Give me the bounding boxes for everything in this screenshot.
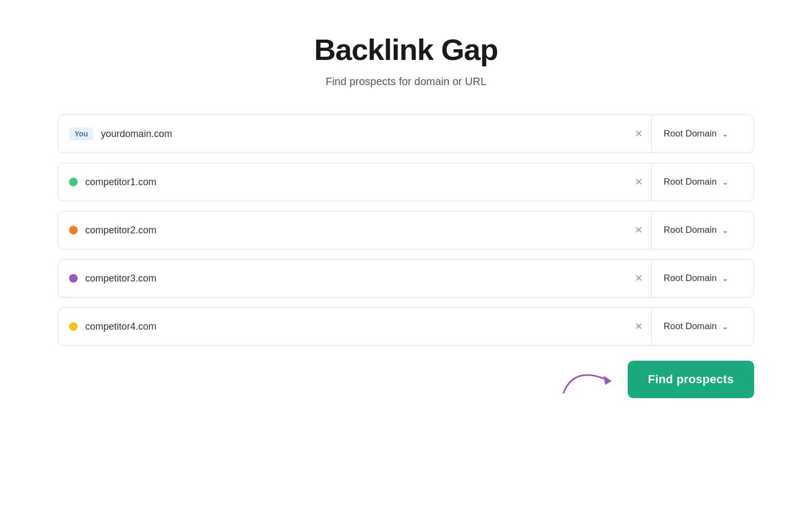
domain-row-competitor1: ✕ Root Domain ⌄ — [58, 163, 754, 201]
bottom-action-row: Find prospects — [58, 361, 754, 398]
input-left-competitor3 — [58, 273, 626, 284]
chevron-down-icon-competitor3: ⌄ — [722, 274, 728, 283]
dropdown-label-competitor4: Root Domain — [664, 321, 717, 332]
clear-button-you[interactable]: ✕ — [626, 128, 651, 140]
input-left-competitor4 — [58, 321, 626, 332]
chevron-down-icon-you: ⌄ — [722, 130, 728, 138]
dropdown-label-competitor1: Root Domain — [664, 177, 717, 187]
clear-button-competitor2[interactable]: ✕ — [626, 224, 651, 236]
dropdown-label-competitor2: Root Domain — [664, 225, 717, 235]
clear-button-competitor3[interactable]: ✕ — [626, 272, 651, 284]
find-prospects-button[interactable]: Find prospects — [628, 361, 755, 398]
chevron-down-icon-competitor2: ⌄ — [722, 226, 728, 234]
dropdown-button-competitor4[interactable]: Root Domain ⌄ — [652, 308, 754, 345]
dropdown-button-you[interactable]: Root Domain ⌄ — [652, 115, 754, 153]
chevron-down-icon-competitor4: ⌄ — [722, 322, 728, 331]
dropdown-button-competitor3[interactable]: Root Domain ⌄ — [652, 260, 754, 297]
domain-row-competitor2: ✕ Root Domain ⌄ — [58, 211, 754, 249]
dropdown-label-competitor3: Root Domain — [664, 273, 717, 284]
dropdown-button-competitor2[interactable]: Root Domain ⌄ — [652, 211, 754, 249]
domain-row-you: You ✕ Root Domain ⌄ — [58, 115, 754, 153]
domain-input-competitor4[interactable] — [85, 321, 615, 332]
you-badge: You — [69, 127, 93, 140]
form-container: You ✕ Root Domain ⌄ ✕ Root Domain ⌄ ✕ — [58, 115, 754, 398]
find-prospects-area: Find prospects — [558, 361, 755, 398]
input-left-you: You — [58, 127, 626, 140]
input-left-competitor1 — [58, 177, 626, 188]
dot-icon-competitor3 — [69, 274, 78, 283]
domain-input-competitor2[interactable] — [85, 225, 615, 236]
input-left-competitor2 — [58, 225, 626, 236]
dropdown-button-competitor1[interactable]: Root Domain ⌄ — [652, 163, 754, 201]
domain-input-you[interactable] — [101, 128, 615, 140]
domain-input-competitor3[interactable] — [85, 273, 615, 284]
page-title: Backlink Gap — [314, 32, 498, 67]
domain-input-competitor1[interactable] — [85, 177, 615, 188]
domain-row-competitor3: ✕ Root Domain ⌄ — [58, 259, 754, 298]
dot-icon-competitor4 — [69, 322, 78, 331]
arrow-decoration — [558, 361, 628, 398]
domain-row-competitor4: ✕ Root Domain ⌄ — [58, 307, 754, 346]
dot-icon-competitor1 — [69, 178, 78, 186]
svg-marker-0 — [604, 376, 612, 385]
dot-icon-competitor2 — [69, 226, 78, 234]
page-subtitle: Find prospects for domain or URL — [326, 75, 486, 88]
clear-button-competitor4[interactable]: ✕ — [626, 321, 651, 332]
clear-button-competitor1[interactable]: ✕ — [626, 176, 651, 188]
dropdown-label-you: Root Domain — [664, 128, 717, 139]
chevron-down-icon-competitor1: ⌄ — [722, 178, 728, 186]
